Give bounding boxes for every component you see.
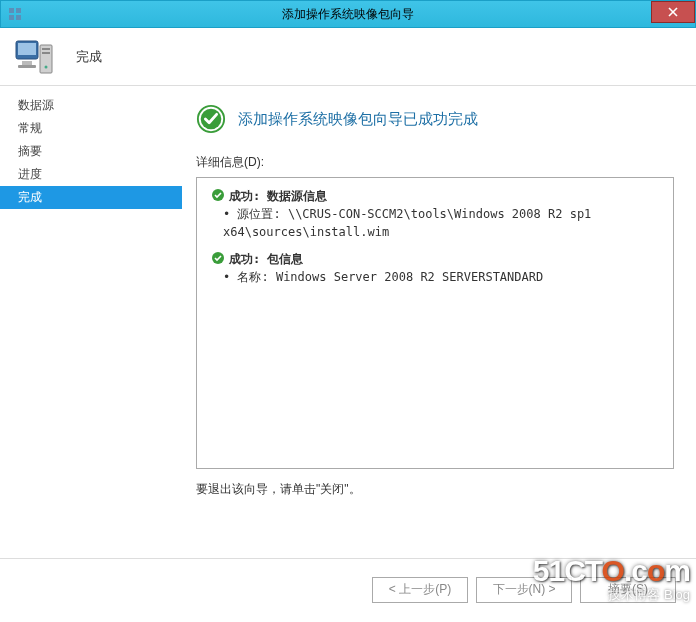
details-box[interactable]: 成功: 数据源信息 源位置: \\CRUS-CON-SCCM2\tools\Wi… <box>196 177 674 469</box>
completion-title: 添加操作系统映像包向导已成功完成 <box>238 110 478 129</box>
svg-rect-12 <box>22 61 32 65</box>
svg-point-11 <box>45 65 48 68</box>
sidebar-item-label: 数据源 <box>18 98 54 112</box>
wizard-footer: < 上一步(P) 下一步(N) > 摘要(S) <box>0 558 696 620</box>
sidebar-item-label: 摘要 <box>18 144 42 158</box>
svg-rect-3 <box>16 15 21 20</box>
result-block: 成功: 包信息 名称: Windows Server 2008 R2 SERVE… <box>211 251 659 286</box>
svg-rect-9 <box>42 48 50 50</box>
sidebar-item-label: 进度 <box>18 167 42 181</box>
svg-rect-13 <box>18 65 36 68</box>
svg-rect-2 <box>9 15 14 20</box>
sidebar-item-label: 完成 <box>18 190 42 204</box>
svg-rect-1 <box>16 8 21 13</box>
prev-button[interactable]: < 上一步(P) <box>372 577 468 603</box>
check-icon <box>211 251 225 265</box>
check-icon <box>211 188 225 202</box>
details-label: 详细信息(D): <box>196 154 674 171</box>
sidebar-item-progress[interactable]: 进度 <box>0 163 182 186</box>
sidebar: 数据源 常规 摘要 进度 完成 <box>0 86 182 558</box>
result-title: 成功: 包信息 <box>229 251 303 268</box>
window-title: 添加操作系统映像包向导 <box>282 6 414 23</box>
sidebar-item-datasource[interactable]: 数据源 <box>0 94 182 117</box>
result-line: 名称: Windows Server 2008 R2 SERVERSTANDAR… <box>211 268 659 286</box>
next-button[interactable]: 下一步(N) > <box>476 577 572 603</box>
close-button[interactable] <box>651 1 695 23</box>
computer-icon <box>12 35 56 79</box>
app-icon <box>7 6 23 22</box>
result-block: 成功: 数据源信息 源位置: \\CRUS-CON-SCCM2\tools\Wi… <box>211 188 659 241</box>
close-icon <box>668 7 678 17</box>
svg-rect-10 <box>42 52 50 54</box>
sidebar-item-general[interactable]: 常规 <box>0 117 182 140</box>
result-title: 成功: 数据源信息 <box>229 188 327 205</box>
page-title: 完成 <box>76 48 102 66</box>
exit-instruction: 要退出该向导，请单击"关闭"。 <box>196 481 674 498</box>
titlebar: 添加操作系统映像包向导 <box>0 0 696 28</box>
sidebar-item-complete[interactable]: 完成 <box>0 186 182 209</box>
sidebar-item-label: 常规 <box>18 121 42 135</box>
svg-rect-7 <box>18 43 36 55</box>
completion-header: 添加操作系统映像包向导已成功完成 <box>196 104 674 134</box>
svg-rect-0 <box>9 8 14 13</box>
main-content: 添加操作系统映像包向导已成功完成 详细信息(D): 成功: 数据源信息 源位置:… <box>182 86 696 558</box>
success-icon <box>196 104 226 134</box>
summary-button[interactable]: 摘要(S) <box>580 577 676 603</box>
wizard-header: 完成 <box>0 28 696 86</box>
sidebar-item-summary[interactable]: 摘要 <box>0 140 182 163</box>
result-line: 源位置: \\CRUS-CON-SCCM2\tools\Windows 2008… <box>211 205 659 241</box>
wizard-body: 数据源 常规 摘要 进度 完成 添加操作系统映像包向导已成功完成 详细信息(D)… <box>0 86 696 558</box>
